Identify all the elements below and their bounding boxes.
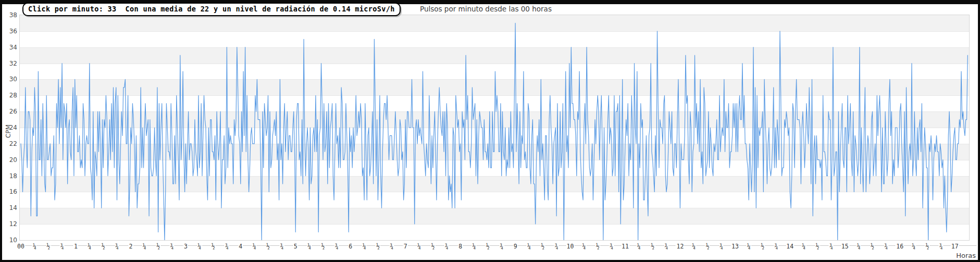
x-tick-label: ¾ bbox=[279, 243, 284, 250]
x-tick-label: ½ bbox=[925, 243, 929, 250]
x-tick-label: ¾ bbox=[444, 243, 449, 250]
x-tick-label: ¼ bbox=[581, 243, 586, 250]
x-tick-label: ½ bbox=[870, 243, 875, 250]
x-tick-label: ¼ bbox=[142, 243, 147, 250]
x-tick-label: ½ bbox=[650, 243, 655, 250]
x-tick-label: ¼ bbox=[87, 243, 92, 250]
x-tick-label: 00 bbox=[17, 243, 25, 250]
y-tick-label: 10 bbox=[0, 236, 17, 244]
y-tick-label: 16 bbox=[0, 188, 17, 195]
x-tick-label: ¼ bbox=[417, 243, 421, 250]
y-tick-label: 36 bbox=[0, 28, 17, 35]
x-tick-label: ¼ bbox=[197, 243, 202, 250]
x-tick-label: ¾ bbox=[499, 243, 504, 250]
x-tick-label: ¾ bbox=[829, 243, 834, 250]
y-tick-label: 32 bbox=[0, 60, 17, 67]
x-tick-label: ¾ bbox=[60, 243, 65, 250]
x-tick-label: ¾ bbox=[884, 243, 888, 250]
x-tick-label: ½ bbox=[486, 243, 490, 250]
y-tick-label: 24 bbox=[0, 124, 17, 131]
y-tick-label: 12 bbox=[0, 220, 17, 228]
x-tick-label: ¾ bbox=[334, 243, 339, 250]
x-tick-label: ¼ bbox=[472, 243, 477, 250]
x-tick-label: ¼ bbox=[637, 243, 641, 250]
x-axis-title: Horas bbox=[956, 252, 976, 259]
x-tick-label: 2 bbox=[128, 243, 133, 250]
chart-title: Pulsos por minuto desde las 00 horas bbox=[420, 5, 552, 13]
x-tick-label: ¼ bbox=[527, 243, 531, 250]
x-tick-label: 12 bbox=[676, 243, 684, 250]
x-tick-label: ¾ bbox=[554, 243, 559, 250]
x-tick-label: ½ bbox=[376, 243, 380, 250]
x-tick-label: ½ bbox=[46, 243, 51, 250]
x-tick-label: 16 bbox=[896, 243, 904, 250]
y-tick-label: 26 bbox=[0, 108, 17, 115]
x-tick-label: ¾ bbox=[664, 243, 669, 250]
x-tick-label: 11 bbox=[621, 243, 629, 250]
y-tick-label: 28 bbox=[0, 92, 17, 99]
x-tick-label: ¼ bbox=[362, 243, 367, 250]
x-tick-label: 9 bbox=[513, 243, 518, 250]
y-tick-label: 14 bbox=[0, 204, 17, 211]
x-tick-label: 1 bbox=[73, 243, 78, 250]
window-frame: Click por minuto: 33 Con una media de 22… bbox=[0, 0, 980, 262]
cpm-line-chart bbox=[20, 15, 969, 240]
x-tick-label: 13 bbox=[731, 243, 739, 250]
x-tick-label: 5 bbox=[293, 243, 298, 250]
y-tick-label: 20 bbox=[0, 156, 17, 164]
x-tick-label: ¾ bbox=[389, 243, 394, 250]
x-tick-label: 4 bbox=[238, 243, 243, 250]
plot-area bbox=[20, 15, 969, 240]
x-tick-label: ¾ bbox=[170, 243, 175, 250]
x-tick-label: ½ bbox=[266, 243, 270, 250]
x-tick-label: ½ bbox=[430, 243, 435, 250]
x-tick-label: 15 bbox=[841, 243, 849, 250]
x-tick-label: 6 bbox=[348, 243, 353, 250]
y-tick-label: 30 bbox=[0, 76, 17, 83]
x-tick-label: ½ bbox=[101, 243, 106, 250]
x-tick-label: 10 bbox=[566, 243, 575, 250]
x-tick-label: 7 bbox=[403, 243, 408, 250]
x-tick-label: ¼ bbox=[32, 243, 37, 250]
x-tick-label: ½ bbox=[540, 243, 545, 250]
x-tick-label: ¼ bbox=[801, 243, 806, 250]
y-tick-label: 34 bbox=[0, 44, 17, 51]
x-tick-label: 8 bbox=[458, 243, 463, 250]
x-tick-label: ½ bbox=[156, 243, 160, 250]
x-tick-label: 14 bbox=[786, 243, 794, 250]
x-tick-label: ¾ bbox=[115, 243, 119, 250]
y-tick-label: 18 bbox=[0, 172, 17, 180]
x-tick-label: ¼ bbox=[857, 243, 861, 250]
x-tick-label: ½ bbox=[815, 243, 820, 250]
x-tick-label: ¾ bbox=[774, 243, 778, 250]
x-tick-label: ¼ bbox=[307, 243, 312, 250]
y-tick-label: 22 bbox=[0, 140, 17, 147]
x-tick-label: ½ bbox=[760, 243, 765, 250]
x-tick-label: ½ bbox=[211, 243, 216, 250]
x-tick-label: ½ bbox=[321, 243, 326, 250]
x-tick-label: ¼ bbox=[747, 243, 751, 250]
x-tick-label: 17 bbox=[951, 243, 959, 250]
x-tick-label: ½ bbox=[705, 243, 710, 250]
status-readout: Click por minuto: 33 Con una media de 22… bbox=[22, 3, 401, 16]
x-tick-label: 3 bbox=[183, 243, 188, 250]
cpm-line bbox=[21, 23, 967, 240]
y-tick-label: 38 bbox=[0, 11, 17, 19]
x-tick-label: ¾ bbox=[225, 243, 229, 250]
x-tick-label: ¾ bbox=[719, 243, 724, 250]
x-tick-label: ¼ bbox=[252, 243, 257, 250]
x-tick-label: ¾ bbox=[939, 243, 944, 250]
x-tick-label: ½ bbox=[596, 243, 600, 250]
x-tick-label: ¾ bbox=[609, 243, 614, 250]
x-tick-label: ¼ bbox=[911, 243, 916, 250]
x-tick-label: ¼ bbox=[691, 243, 696, 250]
